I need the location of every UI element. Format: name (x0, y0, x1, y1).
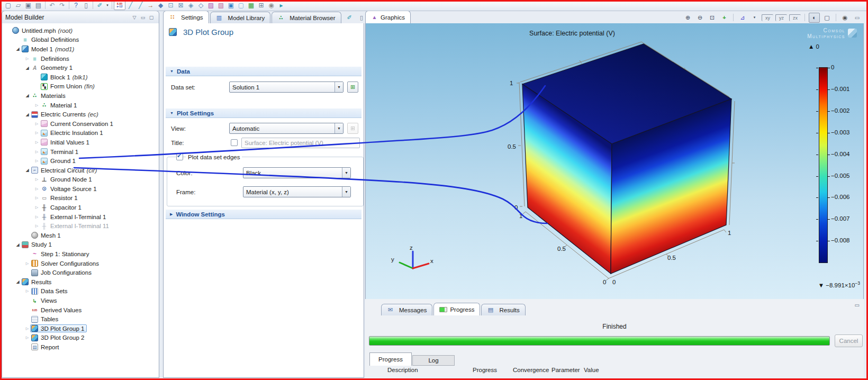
expander-closed-icon[interactable]: ▷ (24, 327, 30, 331)
expander-closed-icon[interactable]: ▷ (24, 57, 30, 61)
tree-item-report[interactable]: ▤Report (2, 342, 159, 352)
tree-item-solver-configurations[interactable]: ▷Solver Configurations (2, 259, 159, 268)
tree-item-capacitor-1[interactable]: ▷╫Capacitor 1 (2, 203, 159, 212)
tree-item-materials[interactable]: ◢∴Materials (2, 91, 159, 101)
compute-icon[interactable]: ▸ (276, 1, 286, 10)
draw-point-icon[interactable]: ╱ (125, 1, 135, 10)
tree-item-mesh-1[interactable]: Mesh 1 (2, 231, 159, 240)
open-file-icon[interactable]: ▱ (13, 1, 23, 10)
expander-closed-icon[interactable]: ▷ (34, 187, 40, 191)
plot-edges-checkbox[interactable] (176, 153, 183, 160)
view-combobox[interactable]: Automatic (229, 123, 343, 134)
maximize-icon[interactable]: ▢ (147, 15, 156, 20)
tree-item-block-1[interactable]: Block 1(blk1) (2, 73, 159, 82)
expander-closed-icon[interactable]: ▷ (24, 289, 30, 293)
expander-closed-icon[interactable]: ▷ (24, 336, 30, 340)
plot-settings-section-header[interactable]: ▼ Plot Settings (166, 108, 361, 118)
new-file-icon[interactable]: ▢ (3, 1, 13, 10)
scene-light-icon[interactable]: ◐ (809, 13, 820, 23)
clear-plot-icon[interactable]: ✐ (345, 13, 355, 22)
color-combobox[interactable]: Black (243, 167, 351, 178)
snapshot-icon[interactable]: ◉ (840, 13, 850, 22)
expander-closed-icon[interactable]: ▷ (34, 140, 40, 144)
form-union-icon[interactable]: ▦ (246, 1, 256, 10)
geometry-intersection-icon[interactable]: ▧ (216, 1, 226, 10)
view-zx-icon[interactable]: zx (789, 14, 801, 21)
expander-closed-icon[interactable]: ▷ (34, 131, 40, 135)
tab-progress[interactable]: Progress (433, 303, 480, 315)
tree-item-data-sets[interactable]: ▷Data Sets (2, 287, 159, 296)
expander-closed-icon[interactable]: ▷ (24, 261, 30, 266)
expander-open-icon[interactable]: ◢ (15, 47, 21, 51)
view-xy-icon[interactable]: xy (762, 14, 773, 21)
tab-graphics[interactable]: ▲ Graphics (365, 11, 411, 23)
expander-open-icon[interactable]: ◢ (24, 93, 30, 98)
default-3d-view-icon[interactable]: ⊿ (737, 13, 747, 22)
tree-item-global-definitions[interactable]: ≡Global Definitions (2, 35, 159, 45)
subtab-progress[interactable]: Progress (369, 352, 412, 366)
tree-item-electrical-circuit[interactable]: ◢⌐Electrical Circuit(cir) (2, 166, 159, 175)
view-yz-icon[interactable]: yz (775, 14, 787, 21)
transparent-cube-icon[interactable]: ▢ (236, 1, 246, 10)
tree-item-current-conservation-1[interactable]: ▷Current Conservation 1 (2, 119, 159, 129)
tree-item-material-1[interactable]: ▷∴Material 1 (2, 101, 159, 110)
graphics-canvas[interactable]: Surface: Electric potential (V) Comsol M… (365, 23, 864, 300)
expander-closed-icon[interactable]: ▷ (34, 159, 40, 163)
exit-geometry-icon[interactable]: → (146, 1, 156, 10)
graphics-minimize-icon[interactable]: ▭ (852, 13, 862, 22)
add-dataset-button[interactable]: ⊞ (347, 82, 358, 93)
save-icon[interactable]: ▣ (23, 1, 33, 10)
tab-material-browser[interactable]: ∴Material Browser (272, 12, 341, 23)
tab-model-library[interactable]: ▥Model Library (210, 12, 271, 23)
data-section-header[interactable]: ▼ Data (166, 67, 361, 76)
expander-closed-icon[interactable]: ▷ (34, 150, 40, 154)
expander-closed-icon[interactable]: ▷ (34, 122, 40, 126)
frame-combobox[interactable]: Material (x, y, z) (243, 186, 351, 197)
view-caret-icon[interactable]: ▾ (749, 13, 760, 22)
tree-item-results[interactable]: ◢Results (2, 277, 159, 287)
tree-item-ground-1[interactable]: ▷◣Ground 1 (2, 156, 159, 166)
tree-item-tables[interactable]: Tables (2, 314, 159, 324)
tree-item-step-1-stationary[interactable]: ~Step 1: Stationary (2, 249, 159, 259)
undo-icon[interactable]: ↶ (47, 1, 57, 10)
zoom-out-icon[interactable]: ⊖ (695, 13, 705, 22)
constants-icon[interactable]: 8.85e-12 (114, 1, 125, 10)
expander-open-icon[interactable]: ◢ (15, 279, 21, 284)
zoom-select-icon[interactable]: ◈ (186, 1, 196, 10)
tab-results[interactable]: ▤Results (481, 304, 525, 315)
panel-minimize-icon[interactable]: ▭ (855, 302, 860, 308)
tree-item-form-union[interactable]: ▚Form Union(fin) (2, 82, 159, 92)
tree-item-electric-currents[interactable]: ◢Electric Currents(ec) (2, 110, 159, 119)
expander-closed-icon[interactable]: ▷ (34, 215, 40, 219)
dataset-combobox[interactable]: Solution 1 (229, 82, 343, 93)
tree-item-study-1[interactable]: ◢Study 1 (2, 240, 159, 250)
subtab-log[interactable]: Log (412, 355, 455, 366)
tree-item-external-i-terminal-1[interactable]: ▷╫External I-Terminal 1 (2, 212, 159, 222)
tree-item-derived-values[interactable]: 8.85Derived Values (2, 305, 159, 315)
table-icon[interactable]: ⊞ (256, 1, 266, 10)
tree-item-job-configurations[interactable]: Job Configurations (2, 268, 159, 277)
expander-closed-icon[interactable]: ▷ (34, 177, 40, 182)
tree-item-terminal-1[interactable]: ▷◣Terminal 1 (2, 147, 159, 157)
tab-messages[interactable]: ✉Messages (381, 304, 432, 315)
archive-icon[interactable]: ▤ (33, 1, 43, 10)
deselect-box-icon[interactable]: ⊠ (176, 1, 186, 10)
window-settings-section-header[interactable]: ▶ Window Settings (166, 210, 361, 219)
minimize-icon[interactable]: ▭ (139, 15, 147, 20)
expander-open-icon[interactable]: ◢ (24, 168, 30, 173)
redo-icon[interactable]: ↷ (57, 1, 67, 10)
draw-line-icon[interactable]: ╱ (135, 1, 146, 10)
build-mesh-icon[interactable]: ◇ (196, 1, 206, 10)
tree-item-ground-node-1[interactable]: ▷⊥Ground Node 1 (2, 175, 159, 185)
select-box-icon[interactable]: ⊡ (166, 1, 176, 10)
tree-item-3d-plot-group-2[interactable]: ▷3D Plot Group 2 (2, 333, 159, 343)
expander-closed-icon[interactable]: ▷ (34, 224, 40, 228)
tree-item-voltage-source-1[interactable]: ▷⊙Voltage Source 1 (2, 184, 159, 194)
tree-item-electric-insulation-1[interactable]: ▷◣Electric Insulation 1 (2, 129, 159, 138)
expander-closed-icon[interactable]: ▷ (34, 103, 40, 107)
tree-item-3d-plot-group-1[interactable]: ▷3D Plot Group 1 (2, 324, 159, 333)
zoom-in-icon[interactable]: ⊕ (683, 13, 693, 22)
transparency-icon[interactable]: ▢ (822, 13, 832, 22)
title-checkbox[interactable] (231, 139, 238, 146)
tree-item-geometry-1[interactable]: ◢AGeometry 1 (2, 63, 159, 73)
